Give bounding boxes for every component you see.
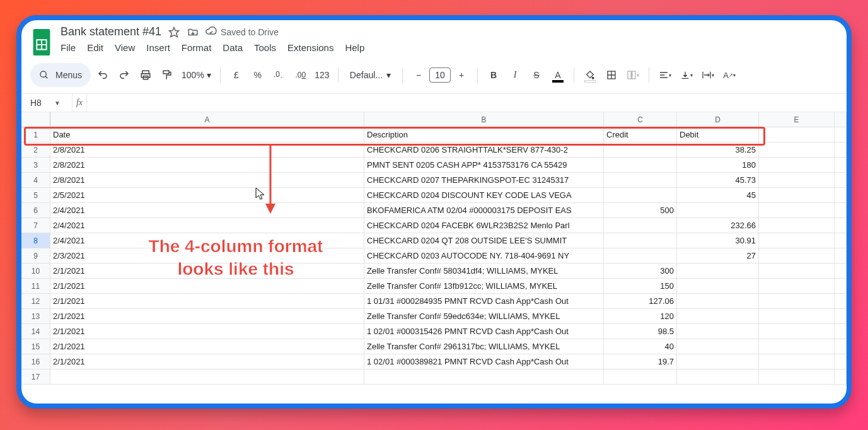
cell[interactable]: 98.5 (604, 324, 677, 339)
print-button[interactable] (136, 66, 155, 84)
cell[interactable]: 30.91 (677, 233, 759, 248)
cell[interactable] (604, 248, 677, 264)
cell[interactable] (759, 188, 835, 203)
cell[interactable] (604, 218, 677, 233)
cell[interactable] (677, 354, 759, 369)
cell[interactable] (677, 294, 759, 309)
cell[interactable]: 127.06 (604, 294, 677, 309)
font-select[interactable]: Defaul...▾ (345, 70, 396, 80)
cell[interactable] (759, 324, 835, 339)
cell[interactable] (759, 203, 835, 218)
cell[interactable] (835, 309, 847, 324)
cell[interactable]: 1 02/01 #000389821 PMNT RCVD Cash App*Ca… (364, 354, 604, 369)
cell[interactable]: 19.7 (604, 354, 677, 369)
cell[interactable] (50, 369, 364, 385)
cell[interactable] (759, 354, 835, 369)
cell[interactable] (677, 324, 759, 339)
more-formats-button[interactable]: 123 (313, 66, 332, 84)
cell[interactable]: 2/8/2021 (50, 158, 364, 173)
cell[interactable]: 27 (677, 248, 759, 264)
cell[interactable] (759, 248, 835, 264)
menu-data[interactable]: Data (223, 42, 243, 53)
cell[interactable] (835, 354, 847, 369)
cell[interactable]: 2/1/2021 (50, 309, 364, 324)
cell[interactable]: Zelle Transfer Conf# 59edc634e; WILLIAMS… (364, 309, 604, 324)
cell[interactable]: 180 (677, 158, 759, 173)
column-header[interactable]: C (604, 112, 677, 127)
bold-button[interactable]: B (484, 66, 503, 84)
cell[interactable] (835, 339, 847, 354)
currency-button[interactable]: £ (227, 66, 246, 84)
cell[interactable] (677, 309, 759, 324)
move-icon[interactable] (187, 26, 199, 38)
cell[interactable] (835, 173, 847, 188)
menu-file[interactable]: File (61, 42, 76, 53)
cell[interactable] (604, 369, 677, 385)
cell[interactable] (759, 294, 835, 309)
row-header[interactable]: 15 (21, 339, 50, 354)
cell[interactable] (604, 158, 677, 173)
column-header[interactable]: E (759, 112, 835, 127)
paint-format-button[interactable] (158, 66, 176, 84)
cell[interactable]: CHECKCARD 0204 QT 208 OUTSIDE LEE'S SUMM… (364, 233, 604, 248)
cell[interactable] (604, 233, 677, 248)
cell[interactable]: 2/1/2021 (50, 279, 364, 294)
column-header[interactable] (835, 112, 847, 127)
cell[interactable]: 2/8/2021 (50, 142, 364, 158)
cell[interactable]: Zelle Transfer Conf# 2961317bc; WILLIAMS… (364, 339, 604, 354)
row-header[interactable]: 17 (21, 369, 50, 385)
rotation-button[interactable]: A↗▾ (720, 66, 739, 84)
search-menus[interactable]: Menus (30, 63, 91, 87)
cell[interactable]: 2/1/2021 (50, 339, 364, 354)
row-header[interactable]: 9 (21, 248, 50, 264)
cell[interactable] (759, 127, 835, 142)
row-header[interactable]: 5 (21, 188, 50, 203)
cell[interactable]: 300 (604, 264, 677, 279)
horizontal-align-button[interactable]: ▾ (656, 66, 674, 84)
cell[interactable]: CHECKCARD 0207 THEPARKINGSPOT-EC 3124531… (364, 173, 604, 188)
cell[interactable]: CHECKCARD 0204 FACEBK 6WLR23B2S2 Menlo P… (364, 218, 604, 233)
cell[interactable]: 2/5/2021 (50, 188, 364, 203)
fill-color-button[interactable] (581, 66, 599, 84)
redo-button[interactable] (115, 66, 134, 84)
menu-view[interactable]: View (115, 42, 135, 53)
row-header[interactable]: 14 (21, 324, 50, 339)
cell[interactable]: 2/1/2021 (50, 354, 364, 369)
cell[interactable] (759, 142, 835, 158)
row-header[interactable]: 13 (21, 309, 50, 324)
cell[interactable]: Zelle Transfer Conf# 13fb912cc; WILLIAMS… (364, 279, 604, 294)
cell[interactable] (835, 158, 847, 173)
column-header[interactable]: D (677, 112, 759, 127)
merge-button[interactable]: ▾ (623, 66, 642, 84)
cell[interactable] (677, 279, 759, 294)
document-title[interactable]: Bank statement #41 (61, 25, 161, 38)
menu-format[interactable]: Format (182, 42, 212, 53)
cell[interactable]: 2/8/2021 (50, 173, 364, 188)
cell[interactable]: CHECKCARD 0203 AUTOCODE NY. 718-404-9691… (364, 248, 604, 264)
wrap-button[interactable]: ▾ (698, 66, 717, 84)
cell[interactable] (759, 173, 835, 188)
increase-decimal-button[interactable]: .00 (291, 66, 310, 84)
row-header[interactable]: 7 (21, 218, 50, 233)
cell[interactable] (604, 173, 677, 188)
cell[interactable] (604, 188, 677, 203)
cell[interactable] (759, 218, 835, 233)
cell[interactable] (759, 309, 835, 324)
text-color-button[interactable]: A (548, 66, 567, 84)
cell[interactable]: CHECKCARD 0206 STRAIGHTTALK*SERV 877-430… (364, 142, 604, 158)
cell[interactable]: 2/4/2021 (50, 203, 364, 218)
font-size-input[interactable]: 10 (429, 67, 451, 83)
cell[interactable] (835, 188, 847, 203)
italic-button[interactable]: I (506, 66, 524, 84)
cell[interactable] (835, 279, 847, 294)
row-header[interactable]: 4 (21, 173, 50, 188)
row-header[interactable]: 11 (21, 279, 50, 294)
cell[interactable]: 2/3/2021 (50, 248, 364, 264)
font-size-increase[interactable]: + (452, 66, 471, 84)
row-header[interactable]: 16 (21, 354, 50, 369)
percent-button[interactable]: % (248, 66, 267, 84)
cell[interactable]: CHECKCARD 0204 DISCOUNT KEY CODE LAS VEG… (364, 188, 604, 203)
cell[interactable]: 232.66 (677, 218, 759, 233)
star-icon[interactable] (168, 26, 180, 38)
cell[interactable]: 120 (604, 309, 677, 324)
